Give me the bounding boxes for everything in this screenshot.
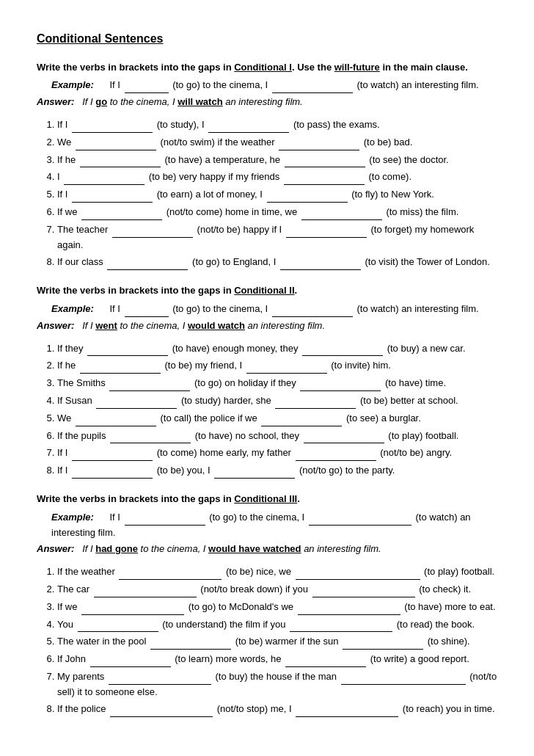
answer-2: Answer: If I went to the cinema, I would… <box>37 319 497 334</box>
blank <box>272 316 353 317</box>
list-item: If he (to have) a temperature, he (to se… <box>57 153 497 168</box>
blank <box>208 132 289 133</box>
blank <box>150 649 231 650</box>
list-item: If the pupils (to have) no school, they … <box>57 429 497 444</box>
blank <box>112 237 193 238</box>
blank <box>78 631 158 632</box>
blank <box>90 666 171 667</box>
blank <box>81 219 162 220</box>
list-item: The teacher (not/to be) happy if I (to f… <box>57 222 497 253</box>
blank <box>64 184 145 185</box>
blank <box>286 237 367 238</box>
example-2: Example: If I (to go) to the cinema, I (… <box>51 302 497 317</box>
example-label-2: Example: <box>51 303 94 314</box>
blank <box>261 426 342 426</box>
blank <box>110 443 191 443</box>
section-conditional-1: Write the verbs in brackets into the gap… <box>37 60 497 271</box>
blank <box>272 92 353 93</box>
list-item: The water in the pool (to be) warmer if … <box>57 634 497 650</box>
underline-cond3: Conditional III <box>234 493 297 504</box>
answer-3: Answer: If I had gone to the cinema, I w… <box>37 542 497 557</box>
blank <box>309 525 412 526</box>
blank <box>80 167 161 167</box>
list-item: The Smiths (to go) on holiday if they (t… <box>57 376 497 391</box>
example-1: Example: If I (to go) to the cinema, I (… <box>51 78 497 93</box>
blank <box>72 478 153 479</box>
section-conditional-2: Write the verbs in brackets into the gap… <box>37 283 497 479</box>
instruction-1: Write the verbs in brackets into the gap… <box>37 60 497 76</box>
list-item: If I (to study), I (to pass) the exams. <box>57 117 497 133</box>
list-item: If I (to be) you, I (not/to go) to the p… <box>57 463 497 479</box>
blank <box>343 649 423 650</box>
answer-go-1: go <box>95 96 107 107</box>
answer-had-gone: had gone <box>95 543 138 554</box>
list-item: If John (to learn) more words, he (to wr… <box>57 652 497 667</box>
blank <box>285 167 365 167</box>
list-item: If he (to be) my friend, I (to invite) h… <box>57 358 497 374</box>
blank <box>341 684 466 685</box>
blank <box>285 666 366 667</box>
blank <box>301 219 382 220</box>
blank <box>110 716 213 717</box>
blank <box>312 597 415 597</box>
underline-cond1: Conditional I <box>234 62 292 73</box>
section-conditional-3: Write the verbs in brackets into the gap… <box>37 492 497 717</box>
blank <box>296 716 398 717</box>
example-3: Example: If I (to go) to the cinema, I (… <box>51 510 497 541</box>
page-title: Conditional Sentences <box>37 29 497 48</box>
list-cond3: If the weather (to be) nice, we (to play… <box>57 564 497 717</box>
blank <box>81 614 184 615</box>
list-item: If I (to come) home early, my father (no… <box>57 446 497 461</box>
list-item: If they (to have) enough money, they (to… <box>57 341 497 357</box>
blank <box>119 579 222 580</box>
answer-will-watch-1: will watch <box>178 96 222 107</box>
blank <box>279 150 359 150</box>
blank <box>125 316 169 317</box>
blank <box>96 408 177 409</box>
blank <box>87 355 168 356</box>
list-item: The car (not/to break down) if you (to c… <box>57 582 497 597</box>
list-item: We (to call) the police if we (to see) a… <box>57 411 497 426</box>
answer-would-have-watched: would have watched <box>208 543 301 554</box>
list-item: If the weather (to be) nice, we (to play… <box>57 564 497 580</box>
answer-label-2: Answer: <box>37 320 74 331</box>
blank <box>290 631 392 632</box>
list-item: We (not/to swim) if the weather (to be) … <box>57 135 497 150</box>
list-item: You (to understand) the film if you (to … <box>57 617 497 633</box>
answer-went: went <box>95 320 117 331</box>
underline-cond2: Conditional II <box>234 285 294 296</box>
blank <box>280 269 361 270</box>
blank <box>300 390 381 391</box>
blank <box>302 355 383 356</box>
underline-will-future: will-future <box>334 62 380 73</box>
instruction-3: Write the verbs in brackets into the gap… <box>37 492 497 507</box>
blank <box>304 443 384 443</box>
example-label-1: Example: <box>51 79 94 90</box>
blank <box>296 460 376 461</box>
list-cond2: If they (to have) enough money, they (to… <box>57 341 497 479</box>
blank <box>275 408 356 409</box>
list-item: If Susan (to study) harder, she (to be) … <box>57 393 497 409</box>
list-item: I (to be) very happy if my friends (to c… <box>57 170 497 185</box>
list-item: If the police (not/to stop) me, I (to re… <box>57 702 497 717</box>
blank <box>94 597 197 597</box>
list-item: If our class (to go) to England, I (to v… <box>57 255 497 270</box>
blank <box>109 390 190 391</box>
blank <box>284 184 365 185</box>
answer-label-1: Answer: <box>37 96 74 107</box>
blank <box>296 579 420 580</box>
blank <box>125 92 169 93</box>
blank <box>246 373 327 374</box>
blank <box>267 202 348 203</box>
list-cond1: If I (to study), I (to pass) the exams. … <box>57 117 497 270</box>
list-item: If I (to earn) a lot of money, I (to fly… <box>57 187 497 203</box>
blank <box>72 460 153 461</box>
list-item: My parents (to buy) the house if the man… <box>57 669 497 700</box>
list-item: If we (to go) to McDonald's we (to have)… <box>57 600 497 615</box>
list-item: If we (not/to come) home in time, we (to… <box>57 205 497 220</box>
blank <box>107 269 188 270</box>
blank <box>76 426 156 426</box>
blank <box>109 684 211 685</box>
blank <box>214 478 295 479</box>
instruction-2: Write the verbs in brackets into the gap… <box>37 283 497 299</box>
